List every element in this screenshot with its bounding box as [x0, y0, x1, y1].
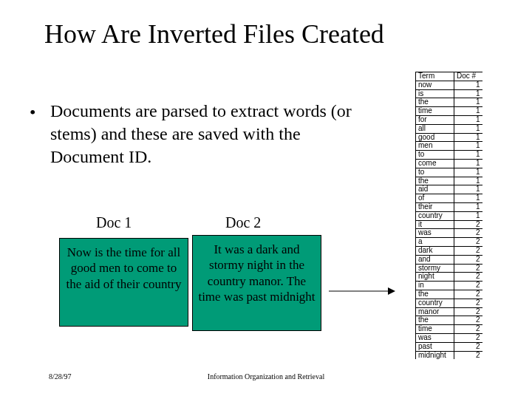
- table-row: the1: [416, 177, 482, 185]
- table-row: to1: [416, 168, 482, 177]
- term-cell: the: [416, 177, 454, 185]
- table-row: was2: [416, 333, 482, 342]
- term-cell: was: [416, 229, 454, 238]
- docnum-cell: 1: [454, 89, 482, 98]
- docnum-cell: 2: [454, 238, 482, 247]
- term-cell: night: [416, 273, 454, 282]
- doc2-box: It was a dark and stormy night in the co…: [192, 235, 321, 331]
- term-cell: men: [416, 142, 454, 151]
- table-row: dark2: [416, 246, 482, 255]
- docnum-cell: 2: [454, 220, 482, 229]
- bullet-text: Documents are parsed to extract words (o…: [37, 100, 369, 169]
- table-row: of1: [416, 194, 482, 203]
- table-row: men1: [416, 142, 482, 151]
- table-row: country2: [416, 299, 482, 307]
- term-cell: now: [416, 81, 454, 89]
- docnum-cell: 1: [454, 107, 482, 116]
- term-cell: manor: [416, 307, 454, 316]
- docnum-cell: 2: [454, 273, 482, 282]
- term-cell: to: [416, 151, 454, 160]
- footer-center: Information Organization and Retrieval: [0, 372, 532, 381]
- doc2-label: Doc 2: [225, 214, 261, 231]
- docnum-cell: 2: [454, 255, 482, 264]
- bullet-block: • Documents are parsed to extract words …: [37, 100, 369, 169]
- table-row: the2: [416, 316, 482, 325]
- term-cell: good: [416, 133, 454, 142]
- table-row: is1: [416, 89, 482, 98]
- table-row: in2: [416, 282, 482, 290]
- doc1-box: Now is the time for all good men to come…: [59, 238, 188, 327]
- table-row: and2: [416, 255, 482, 264]
- doc2-text: It was a dark and stormy night in the co…: [197, 242, 316, 304]
- term-cell: time: [416, 325, 454, 334]
- table-row: manor2: [416, 307, 482, 316]
- table-row: was2: [416, 229, 482, 238]
- table-row: time2: [416, 325, 482, 334]
- term-cell: country: [416, 299, 454, 307]
- docnum-cell: 1: [454, 98, 482, 107]
- docnum-cell: 1: [454, 81, 482, 89]
- docnum-cell: 1: [454, 151, 482, 160]
- docnum-cell: 1: [454, 133, 482, 142]
- term-cell: all: [416, 124, 454, 133]
- docnum-cell: 2: [454, 246, 482, 255]
- docnum-cell: 1: [454, 185, 482, 194]
- docnum-cell: 1: [454, 142, 482, 151]
- term-cell: it: [416, 220, 454, 229]
- docnum-cell: 1: [454, 124, 482, 133]
- term-cell: and: [416, 255, 454, 264]
- docnum-cell: 2: [454, 342, 482, 351]
- svg-marker-1: [388, 287, 395, 295]
- term-cell: of: [416, 194, 454, 203]
- doc1-label: Doc 1: [96, 214, 132, 231]
- table-row: the1: [416, 98, 482, 107]
- table-row: past2: [416, 342, 482, 351]
- table-row: good1: [416, 133, 482, 142]
- docnum-cell: 2: [454, 316, 482, 325]
- docnum-cell: 2: [454, 299, 482, 307]
- docnum-cell: 2: [454, 264, 482, 273]
- doc1-text: Now is the time for all good men to come…: [64, 245, 183, 292]
- docnum-cell: 2: [454, 307, 482, 316]
- table-row: for1: [416, 115, 482, 124]
- docnum-cell: 2: [454, 333, 482, 342]
- term-cell: their: [416, 202, 454, 211]
- slide-title: How Are Inverted Files Created: [44, 18, 384, 50]
- term-cell: country: [416, 211, 454, 220]
- term-cell: to: [416, 168, 454, 177]
- table-row: all1: [416, 124, 482, 133]
- term-cell: midnight: [416, 351, 454, 359]
- docnum-cell: 1: [454, 177, 482, 185]
- table-row: now1: [416, 81, 482, 89]
- header-doc: Doc #: [454, 72, 482, 81]
- term-cell: aid: [416, 185, 454, 194]
- table-row: time1: [416, 107, 482, 116]
- table-row: come1: [416, 159, 482, 168]
- docnum-cell: 1: [454, 115, 482, 124]
- term-cell: was: [416, 333, 454, 342]
- bullet-dot: •: [30, 101, 35, 124]
- docnum-cell: 1: [454, 168, 482, 177]
- term-cell: dark: [416, 246, 454, 255]
- table-row: midnight2: [416, 351, 482, 359]
- table-row: it2: [416, 220, 482, 229]
- term-cell: in: [416, 282, 454, 290]
- table-row: country1: [416, 211, 482, 220]
- table-header: Term Doc #: [416, 72, 482, 81]
- docnum-cell: 1: [454, 211, 482, 220]
- docnum-cell: 2: [454, 290, 482, 299]
- table-row: the2: [416, 290, 482, 299]
- docnum-cell: 2: [454, 325, 482, 334]
- term-cell: the: [416, 316, 454, 325]
- table-row: stormy2: [416, 264, 482, 273]
- header-term: Term: [416, 72, 454, 81]
- term-table: Term Doc # now1is1the1time1for1all1good1…: [415, 72, 482, 359]
- term-cell: for: [416, 115, 454, 124]
- arrow-icon: [329, 285, 395, 297]
- term-cell: the: [416, 290, 454, 299]
- term-cell: past: [416, 342, 454, 351]
- docnum-cell: 1: [454, 202, 482, 211]
- term-cell: come: [416, 159, 454, 168]
- table-row: a2: [416, 238, 482, 247]
- table-row: aid1: [416, 185, 482, 194]
